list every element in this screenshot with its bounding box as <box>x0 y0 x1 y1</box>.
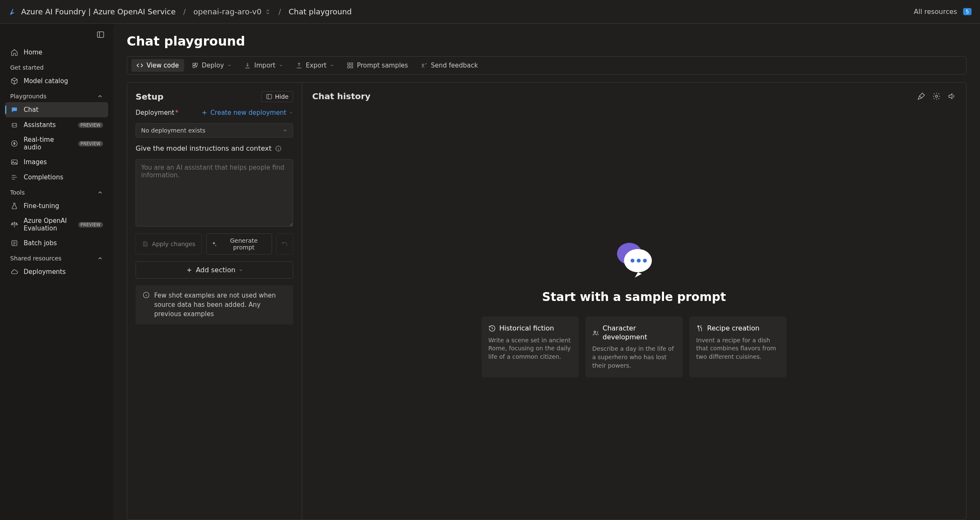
create-deployment-link[interactable]: Create new deployment <box>201 109 293 116</box>
sidebar-item-deployments[interactable]: Deployments <box>5 264 108 279</box>
group-label: Tools <box>10 189 25 196</box>
preview-badge: PREVIEW <box>78 122 103 128</box>
people-icon <box>592 329 599 337</box>
sidebar-item-label: Azure OpenAI Evaluation <box>24 217 73 232</box>
group-label: Get started <box>10 64 44 71</box>
apply-changes-button[interactable]: Apply changes <box>136 233 202 255</box>
toolbar: View code Deploy Import Export Prompt sa… <box>127 56 966 75</box>
sidebar-item-label: Chat <box>24 106 103 114</box>
card-desc: Describe a day in the life of a superher… <box>592 345 676 370</box>
undo-button[interactable] <box>276 233 293 255</box>
svg-rect-0 <box>98 32 104 37</box>
svg-rect-13 <box>351 63 353 65</box>
sidebar-item-assistants[interactable]: Assistants PREVIEW <box>5 117 108 133</box>
prompt-samples-button[interactable]: Prompt samples <box>342 59 413 72</box>
broom-icon <box>917 92 926 100</box>
button-label: View code <box>147 62 179 69</box>
button-label: Deploy <box>202 62 224 69</box>
select-value: No deployment exists <box>141 127 205 134</box>
speaker-button[interactable] <box>947 92 956 100</box>
chevron-down-icon <box>289 111 293 115</box>
button-label: Generate prompt <box>220 237 267 251</box>
project-selector[interactable]: openai-rag-aro-v0 <box>193 7 271 16</box>
clear-chat-button[interactable] <box>917 92 926 100</box>
export-button[interactable]: Export <box>291 59 339 72</box>
card-desc: Write a scene set in ancient Rome, focus… <box>488 336 572 361</box>
chat-panel: Chat history <box>302 83 966 520</box>
breadcrumb-page[interactable]: Chat playground <box>289 7 352 16</box>
sidebar-group-playgrounds[interactable]: Playgrounds <box>5 89 108 102</box>
chevron-down-icon <box>227 63 231 68</box>
svg-rect-10 <box>195 63 197 65</box>
instructions-label: Give the model instructions and context <box>136 144 272 152</box>
top-header: Azure AI Foundry | Azure OpenAI Service … <box>0 0 980 24</box>
speaker-icon <box>947 92 956 100</box>
sidebar-item-home[interactable]: Home <box>5 45 108 60</box>
svg-point-3 <box>13 125 14 126</box>
sidebar-item-realtime-audio[interactable]: Real-time audio PREVIEW <box>5 133 108 154</box>
group-label: Shared resources <box>10 255 62 262</box>
svg-rect-15 <box>351 66 353 68</box>
audio-icon <box>10 139 19 148</box>
view-code-button[interactable]: View code <box>131 59 184 72</box>
import-icon <box>244 62 251 69</box>
sidebar-group-tools[interactable]: Tools <box>5 185 108 198</box>
sparkle-icon <box>211 241 217 247</box>
chevron-down-icon <box>283 128 288 133</box>
button-label: Apply changes <box>152 241 196 247</box>
chat-settings-button[interactable] <box>932 92 941 100</box>
svg-point-4 <box>15 125 16 126</box>
generate-prompt-button[interactable]: Generate prompt <box>206 233 272 255</box>
chevron-up-icon <box>97 255 103 261</box>
import-button[interactable]: Import <box>239 59 288 72</box>
project-name: openai-rag-aro-v0 <box>193 7 261 16</box>
save-icon <box>142 241 149 247</box>
sidebar-item-chat[interactable]: Chat <box>5 102 108 117</box>
svg-rect-12 <box>348 63 350 65</box>
plus-icon <box>201 109 208 116</box>
sidebar-item-label: Model catalog <box>24 77 103 85</box>
gear-icon <box>932 92 941 100</box>
svg-point-27 <box>594 331 596 333</box>
brand-name[interactable]: Azure AI Foundry | Azure OpenAI Service <box>21 7 176 16</box>
sidebar-item-label: Batch jobs <box>24 239 103 247</box>
info-icon <box>142 291 150 299</box>
chevron-up-icon <box>97 93 103 99</box>
azure-logo-icon <box>8 8 17 16</box>
sidebar-item-fine-tuning[interactable]: Fine-tuning <box>5 198 108 214</box>
sidebar-item-batch-jobs[interactable]: Batch jobs <box>5 236 108 251</box>
sample-prompt-card[interactable]: Historical fiction Write a scene set in … <box>482 317 579 377</box>
main-content: Chat playground View code Deploy Import … <box>113 24 980 520</box>
info-icon[interactable] <box>275 145 282 152</box>
button-label: Prompt samples <box>357 62 408 69</box>
sidebar-item-evaluation[interactable]: Azure OpenAI Evaluation PREVIEW <box>5 214 108 236</box>
home-icon <box>10 48 19 57</box>
hide-setup-button[interactable]: Hide <box>261 91 293 102</box>
robot-icon <box>10 121 19 129</box>
sample-prompt-card[interactable]: Recipe creation Invent a recipe for a di… <box>689 317 787 377</box>
sidebar-item-completions[interactable]: Completions <box>5 170 108 185</box>
beaker-icon <box>10 202 19 210</box>
add-section-button[interactable]: Add section <box>136 261 293 279</box>
sidebar-group-shared[interactable]: Shared resources <box>5 251 108 264</box>
system-prompt-input[interactable] <box>136 159 293 227</box>
breadcrumb-separator: / <box>183 7 186 16</box>
sidebar-item-model-catalog[interactable]: Model catalog <box>5 73 108 89</box>
card-title-text: Character development <box>602 324 676 342</box>
sidebar-group-get-started[interactable]: Get started <box>5 60 108 73</box>
svg-point-16 <box>422 64 424 66</box>
button-label: Export <box>306 62 327 69</box>
deployment-select[interactable]: No deployment exists <box>136 123 293 138</box>
chevron-down-icon <box>279 63 283 68</box>
deploy-button[interactable]: Deploy <box>187 59 237 72</box>
send-feedback-button[interactable]: Send feedback <box>416 59 483 72</box>
plus-icon <box>186 267 193 274</box>
all-resources-link[interactable]: All resources <box>914 8 957 16</box>
card-desc: Invent a recipe for a dish that combines… <box>696 336 780 361</box>
notification-badge[interactable]: 5 <box>963 8 972 15</box>
code-icon <box>136 62 143 69</box>
scale-icon <box>10 220 19 229</box>
sample-prompt-card[interactable]: Character development Describe a day in … <box>585 317 683 377</box>
sidebar-item-images[interactable]: Images <box>5 154 108 170</box>
sidebar-collapse-button[interactable] <box>5 28 108 45</box>
